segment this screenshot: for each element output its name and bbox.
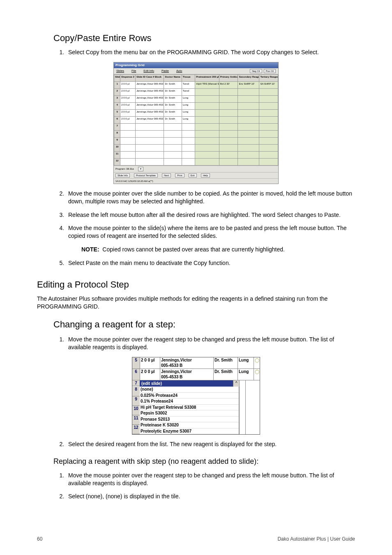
table-row[interactable]: 7 [114,124,278,131]
cell-sec [238,131,259,138]
cell-ter [259,117,278,124]
menu-bar: Slides File Edit Info Paste Auto Neg Ctl… [114,68,278,74]
reagent-option[interactable]: Pronase S2013 [140,417,239,423]
cell-num: 12 [114,159,120,166]
cell-pri [219,138,238,145]
cell-pre [195,138,219,145]
cell-doctor: Dr. Smith [164,82,182,89]
cell-pri [219,145,238,152]
col-pretreatment: Pretreatment 200 µl [195,75,219,82]
tissue-cell: Lung [238,357,254,368]
reagent-option[interactable]: Hi pH Target Retrieval S3308 [140,405,239,411]
reagent-option[interactable]: Proteinase K S3020 [140,422,239,428]
cell-dispense [120,159,136,166]
editing-intro: The Autostainer Plus software provides m… [37,295,355,311]
table-row[interactable]: 42 0 0 µlJennings,Victor 005-4533 BDr. S… [114,103,278,110]
dropdown-icon[interactable]: ▾ [138,167,143,171]
cell-num: 4 [114,103,120,110]
cell-tissue [182,138,195,145]
cell-num: 10 [114,145,120,152]
reagent-option[interactable]: Pepsin S3002 [140,410,239,417]
table-row[interactable]: 12 [114,159,278,166]
menu-edit-info[interactable]: Edit Info [143,69,154,73]
cell-pre [195,145,219,152]
reagent-grid-row: 62 0 0 µlJennings,Victor005-4533 BDr. Sm… [132,369,260,380]
cell-tissue [182,152,195,159]
cell-tissue [182,145,195,152]
next-button[interactable]: Next [162,173,171,177]
neg-ctl-button[interactable]: Neg Ctl [250,69,262,73]
col-tissue: Tissue [182,75,195,82]
cell-pre [195,131,219,138]
reagent-option[interactable]: (none) [140,387,239,393]
table-row[interactable]: 11 [114,152,278,159]
tissue-cell: Lung [238,369,254,380]
cell-num: 1 [114,82,120,89]
table-row[interactable]: 62 0 0 µlJennings,Victor 005-4533 BDr. S… [114,117,278,124]
cell-num: 3 [114,96,120,103]
step: Select Copy from the menu bar on the PRO… [66,48,355,56]
row-number: 10 [132,406,140,415]
step: Select the desired reagent from the list… [66,440,355,448]
print-button[interactable]: Print [175,173,184,177]
programming-grid-screenshot: Programming Grid Slides File Edit Info P… [113,62,279,184]
cell-sec [238,159,259,166]
slide-info-button[interactable]: Slide Info [115,173,130,177]
step: Move the mouse pointer over the reagent … [66,472,355,487]
page-footer: 60 Dako Autostainer Plus | User Guide [37,533,355,542]
cell-tissue [182,124,195,131]
reagent-option-list[interactable]: (none)0.025% Protease240.1% Protease24Hi… [140,387,239,434]
table-row[interactable]: 9 [114,138,278,145]
cell-doctor: Dr. Smith [164,110,182,117]
protocol-template-button[interactable]: Protocol Template [134,173,158,177]
help-button[interactable]: Help [201,173,210,177]
cell-pri: Bcl-2 30' [219,82,238,89]
cell-sec [238,117,259,124]
status-bar: Program: 38.31a ▾ [114,166,278,172]
mark-icon: ◯ [254,369,260,380]
table-row[interactable]: 8 [114,131,278,138]
table-row[interactable]: 12 0 0 µlJennings,Victor 005-4533 ADr. S… [114,82,278,89]
cell-num: 11 [114,152,120,159]
changing-reagent-steps: Move the mouse pointer over the reagent … [66,336,355,351]
edit-slide-selected[interactable]: (edit slide) [140,380,233,387]
reagent-option[interactable]: 0.1% Protease24 [140,398,239,405]
col-slide-num: Slide # [114,75,120,82]
cell-dispense [120,152,136,159]
table-row[interactable]: 22 0 0 µlJennings,Victor 005-4533 ADr. S… [114,89,278,96]
step: Release the left mouse button after all … [66,211,355,219]
cell-dispense [120,131,136,138]
pos-ctl-button[interactable]: Pos Ctl [264,69,276,73]
cell-num: 7 [114,124,120,131]
step: Move the mouse pointer over the slide nu… [66,190,355,205]
cell-dispense [120,124,136,131]
step: Select Paste on the main menu to deactiv… [66,259,355,267]
col-tertiary: Tertiary Reagent 200 µl [259,75,278,82]
cell-pre [195,89,219,96]
heading-copy-paste: Copy/Paste Entire Rows [53,32,355,44]
cell-ter [259,96,278,103]
table-row[interactable]: 52 0 0 µlJennings,Victor 005-4533 BDr. S… [114,110,278,117]
menu-file[interactable]: File [131,69,136,73]
col-doctor: Doctor Name [164,75,182,82]
cell-pre [195,110,219,117]
programming-grid-table: Slide # Dispense 2 0 0 µl Slide ID Case … [114,74,278,166]
menu-paste[interactable]: Paste [161,69,169,73]
col-primary: Primary Antibody 200 µl [219,75,238,82]
row-number: 8 [132,387,140,396]
col-slide-id: Slide ID Case # Block [136,75,164,82]
table-row[interactable]: 10 [114,145,278,152]
menu-auto[interactable]: Auto [176,69,182,73]
cell-dispense: 2 0 0 µl [120,82,136,89]
cell-dispense [120,145,136,152]
row-number: 5 [132,357,140,368]
cell-tissue: Lung [182,117,195,124]
reagent-option[interactable]: 0.025% Protease24 [140,393,239,399]
table-row[interactable]: 32 0 0 µlJennings,Victor 005-4533 BDr. S… [114,96,278,103]
menu-slides[interactable]: Slides [116,69,124,73]
dropdown-caret-icon[interactable]: ^ [233,380,239,387]
reagent-option[interactable]: Proteolytic Enzyme S3007 [140,428,239,435]
cell-tissue: Lung [182,110,195,117]
exit-button[interactable]: Exit [189,173,197,177]
replacing-reagent-steps: Move the mouse pointer over the reagent … [66,472,355,501]
